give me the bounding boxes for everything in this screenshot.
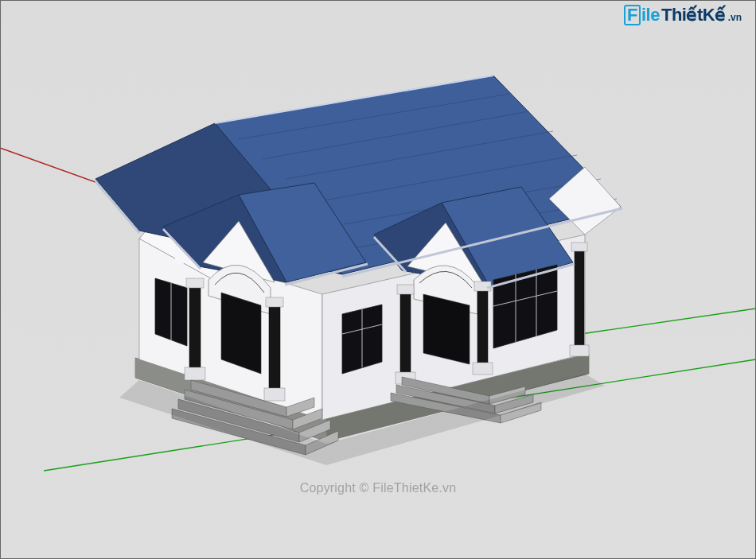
svg-rect-49 xyxy=(570,345,589,356)
watermark-logo: File ThiếtKế .vn xyxy=(624,5,742,25)
svg-rect-41 xyxy=(400,291,411,377)
logo-part-file: File xyxy=(624,5,660,25)
svg-rect-38 xyxy=(269,304,280,393)
svg-rect-35 xyxy=(189,285,201,372)
svg-rect-36 xyxy=(186,278,204,288)
svg-rect-39 xyxy=(266,297,283,307)
svg-rect-47 xyxy=(575,248,584,350)
viewport[interactable]: File ThiếtKế .vn Copyright © FileThietKe… xyxy=(0,0,756,559)
logo-suffix: .vn xyxy=(728,12,742,23)
svg-line-0 xyxy=(581,309,756,334)
svg-rect-44 xyxy=(477,288,488,367)
model-render xyxy=(0,0,756,559)
svg-marker-24 xyxy=(423,294,470,364)
svg-marker-20 xyxy=(221,293,261,374)
svg-rect-42 xyxy=(397,285,414,294)
svg-rect-37 xyxy=(185,367,205,380)
svg-rect-46 xyxy=(473,363,493,375)
svg-rect-40 xyxy=(264,388,285,401)
logo-part-thietke: ThiếtKế xyxy=(661,5,726,25)
svg-rect-48 xyxy=(571,243,587,251)
